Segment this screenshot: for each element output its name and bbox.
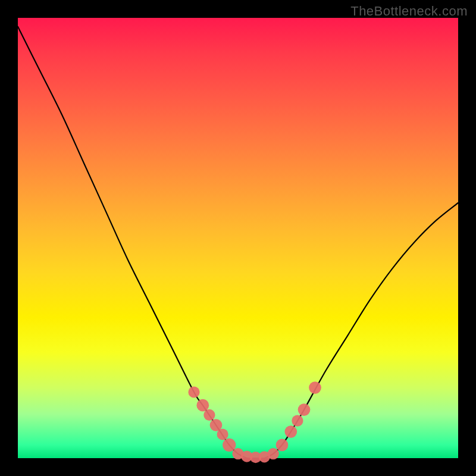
marker-point [309, 381, 321, 394]
marker-point [223, 439, 236, 452]
bottleneck-curve [18, 27, 458, 459]
marker-point [268, 448, 279, 459]
marker-point [292, 415, 303, 426]
marker-point [284, 425, 297, 438]
marker-point [188, 386, 199, 397]
marker-point [203, 409, 215, 421]
marker-point [298, 403, 311, 416]
watermark-label: TheBottleneck.com [350, 4, 468, 19]
marker-point [276, 439, 289, 451]
marker-point [196, 399, 209, 412]
marker-group [188, 381, 321, 463]
marker-point [217, 428, 228, 440]
plot-area [18, 18, 458, 458]
chart-frame: TheBottleneck.com [0, 0, 476, 476]
chart-svg [18, 18, 458, 458]
